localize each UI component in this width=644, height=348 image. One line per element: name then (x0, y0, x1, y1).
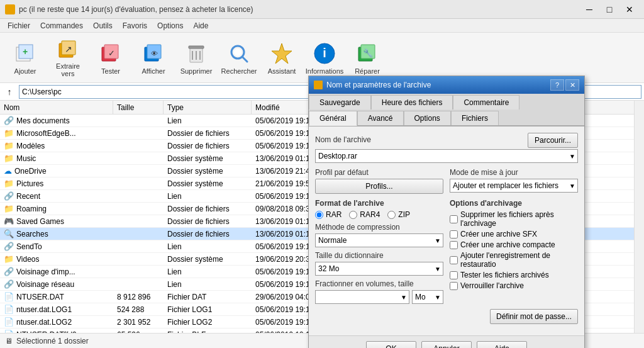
menu-outils[interactable]: Outils (88, 20, 118, 31)
tab-commentaire[interactable]: Commentaire (453, 95, 519, 109)
volume-unit-select[interactable]: Mo (412, 290, 443, 304)
toolbar-afficher-label: Afficher (142, 67, 165, 75)
dialog-title-controls: ? ✕ (550, 79, 579, 91)
cell-name: 📁Modèles (0, 140, 113, 152)
checkbox-supprimer[interactable]: Supprimer les fichiers après l'archivage (450, 210, 578, 228)
cell-size: 2 301 952 (113, 316, 164, 328)
tab-options[interactable]: Options (404, 111, 451, 125)
profile-label: Profil par défaut (315, 168, 443, 177)
cell-type: Dossier de fichiers (164, 215, 252, 227)
repair-icon: 🔧 (355, 41, 380, 66)
dialog-body: Nom de l'archive Parcourir... ▼ Profil p… (309, 126, 584, 335)
profils-button[interactable]: Profils... (315, 179, 443, 194)
extract-icon: ↗ (55, 38, 80, 61)
volume-label: Fractionner en volumes, taille (315, 279, 443, 288)
compression-select[interactable]: Normale (315, 233, 443, 247)
minimize-button[interactable]: ─ (580, 3, 599, 16)
menu-commandes[interactable]: Commandes (35, 20, 88, 31)
cell-name: 📁Roaming (0, 203, 113, 215)
toolbar-rechercher-label: Rechercher (221, 67, 257, 75)
cell-size (113, 240, 164, 252)
cell-name: 📄NTUSER.DAT[fd9... (0, 328, 113, 333)
cell-size (113, 215, 164, 227)
cell-name: 📁Pictures (0, 177, 113, 189)
compression-label: Méthode de compression (315, 223, 443, 232)
volume-row: ▼ Mo ▼ (315, 290, 443, 304)
svg-text:🔧: 🔧 (363, 48, 374, 59)
update-mode-label: Mode de mise à jour (450, 168, 578, 177)
archive-options-label: Options d'archivage (450, 199, 578, 208)
cell-size: 524 288 (113, 303, 164, 315)
toolbar-tester[interactable]: ✓ Tester (91, 36, 131, 80)
toolbar-assistant-label: Assistant (268, 67, 296, 75)
menu-fichier[interactable]: Fichier (3, 20, 35, 31)
maximize-button[interactable]: □ (600, 3, 619, 16)
col-nom[interactable]: Nom (0, 101, 113, 114)
checkbox-sfx[interactable]: Créer une archive SFX (450, 230, 578, 239)
cell-size (113, 203, 164, 215)
tab-heure[interactable]: Heure des fichiers (371, 95, 453, 109)
svg-marker-20 (272, 43, 292, 64)
toolbar-extraire[interactable]: ↗ Extraire vers (48, 36, 88, 80)
toolbar-rechercher[interactable]: Rechercher (219, 36, 259, 80)
cell-size (113, 190, 164, 202)
wizard-icon (269, 41, 294, 66)
toolbar-assistant[interactable]: Assistant (262, 36, 302, 80)
cell-size (113, 228, 164, 240)
tab-sauvegarde[interactable]: Sauvegarde (309, 95, 371, 109)
toolbar-ajouter-label: Ajouter (14, 67, 36, 75)
dialog-help-button[interactable]: ? (550, 79, 564, 91)
update-mode-select[interactable]: Ajouter et remplacer les fichiers (450, 179, 578, 193)
dialog-tabs: Sauvegarde Heure des fichiers Commentair… (309, 94, 584, 126)
parcourir-button[interactable]: Parcourir... (528, 133, 578, 148)
definir-password-button[interactable]: Définir mot de passe... (490, 309, 578, 324)
col-type[interactable]: Type (164, 101, 252, 114)
cell-name: 🎮Saved Games (0, 215, 113, 227)
help-button[interactable]: Aide (477, 341, 527, 348)
dict-select[interactable]: 32 Mo (315, 262, 443, 276)
radio-rar[interactable]: RAR (315, 210, 341, 219)
cell-name: 🔗Voisinage d'imp... (0, 266, 113, 278)
checkbox-restauration[interactable]: Ajouter l'enregistrement de restauratio (450, 251, 578, 269)
cell-type: Fichier LOG1 (164, 303, 252, 315)
checkbox-compacte[interactable]: Créer une archive compacte (450, 240, 578, 249)
cell-name: 📁Music (0, 152, 113, 164)
archive-name-input[interactable] (315, 149, 578, 163)
toolbar-reparer[interactable]: 🔧 Réparer (347, 36, 387, 80)
tab-general[interactable]: Général (309, 111, 357, 126)
svg-line-19 (242, 57, 247, 62)
menu-options[interactable]: Options (152, 20, 188, 31)
checkbox-verrouiller[interactable]: Verrouiller l'archive (450, 281, 578, 290)
cell-name: 🔍Searches (0, 228, 113, 240)
toolbar-ajouter[interactable]: + Ajouter (5, 36, 45, 80)
scrollbar[interactable] (634, 101, 644, 333)
close-button[interactable]: ✕ (620, 3, 639, 16)
toolbar-informations[interactable]: i Informations (304, 36, 345, 80)
cancel-button[interactable]: Annuler (421, 341, 472, 348)
menu-bar: Fichier Commandes Outils Favoris Options… (0, 19, 644, 33)
ok-button[interactable]: OK (366, 341, 416, 348)
volume-select[interactable] (315, 290, 409, 304)
menu-favoris[interactable]: Favoris (118, 20, 152, 31)
col-taille[interactable]: Taille (113, 101, 164, 114)
radio-rar4[interactable]: RAR4 (349, 210, 380, 219)
tab-fichiers[interactable]: Fichiers (451, 111, 499, 125)
nav-up-button[interactable]: ↑ (3, 85, 16, 99)
svg-text:+: + (23, 47, 28, 57)
cell-size (113, 253, 164, 265)
dialog-close-button[interactable]: ✕ (565, 79, 579, 91)
cell-type: Lien (164, 278, 252, 290)
cell-type: Dossier de fichiers (164, 127, 252, 139)
checkbox-tester[interactable]: Tester les fichiers archivés (450, 271, 578, 279)
view-icon: 👁 (141, 41, 166, 66)
cell-size (113, 177, 164, 189)
cell-type: Dossier de fichiers (164, 203, 252, 215)
toolbar-afficher[interactable]: 👁 Afficher (133, 36, 174, 80)
toolbar-supprimer[interactable]: Supprimer (176, 36, 216, 80)
radio-zip[interactable]: ZIP (387, 210, 410, 219)
tab-avance[interactable]: Avancé (357, 111, 404, 125)
cell-type: Lien (164, 266, 252, 278)
menu-aide[interactable]: Aide (188, 20, 213, 31)
cell-type: Dossier système (164, 253, 252, 265)
toolbar-tester-label: Tester (101, 67, 120, 75)
